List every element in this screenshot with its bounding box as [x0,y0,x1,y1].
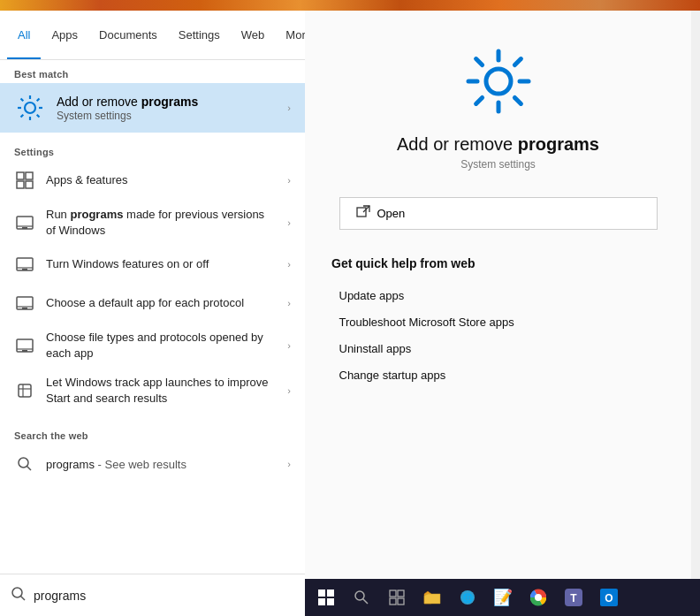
tab-web[interactable]: Web [231,11,276,59]
svg-rect-50 [398,590,404,597]
apps-features-chevron: › [287,175,291,186]
right-panel: Add or remove programs System settings O… [305,11,691,589]
svg-rect-49 [390,590,396,597]
search-bar [0,574,305,616]
windows-features-icon [14,254,35,275]
taskbar: 🌐 📝 T O [305,579,700,616]
svg-line-31 [21,596,26,600]
svg-line-38 [514,97,521,103]
web-section: Search the web programs - See web result… [0,413,305,483]
best-match-icon [14,92,46,124]
track-launches-chevron: › [287,385,291,396]
taskbar-icon-app2[interactable]: 📝 [487,582,519,613]
run-programs-chevron: › [287,217,291,228]
svg-text:O: O [605,592,612,605]
svg-text:T: T [570,592,577,605]
track-launches-text: Let Windows track app launches to improv… [46,375,277,406]
settings-item-track-launches[interactable]: Let Windows track app launches to improv… [0,368,305,413]
svg-line-6 [37,115,40,118]
svg-line-48 [363,599,369,605]
svg-text:🌐: 🌐 [462,592,474,604]
default-app-text: Choose a default app for each protocol [46,295,277,311]
run-programs-icon [14,212,35,233]
svg-rect-19 [17,297,33,309]
svg-point-0 [25,103,35,113]
svg-line-39 [514,59,521,65]
track-launches-icon [14,380,35,401]
svg-point-32 [486,69,511,94]
search-bar-icon [11,586,27,605]
best-match-chevron: › [287,103,291,113]
web-search-icon [14,453,35,475]
tab-apps[interactable]: Apps [41,11,88,59]
search-input[interactable] [34,589,294,603]
tabs-row: All Apps Documents Settings Web More ▾ F… [0,11,305,60]
default-app-icon [14,293,35,314]
open-button[interactable]: Open [339,197,658,230]
svg-rect-18 [22,269,27,270]
taskbar-icon-app1[interactable]: 🌐 [452,582,483,613]
svg-rect-43 [318,589,325,597]
app-title: Add or remove programs [397,134,599,155]
svg-rect-10 [26,172,33,179]
web-search-text: programs - See web results [46,458,277,471]
quick-help-link-3[interactable]: Change startup apps [339,362,658,389]
search-panel: All Apps Documents Settings Web More ▾ F… [0,11,305,616]
svg-line-5 [21,99,24,102]
svg-line-29 [27,467,32,471]
search-content: Best match [0,60,305,616]
svg-point-56 [535,594,542,601]
file-types-chevron: › [287,340,291,351]
settings-item-run-programs[interactable]: Run programs made for previous versions … [0,200,305,245]
taskbar-icon-chrome[interactable] [522,582,554,613]
taskbar-icon-teams[interactable]: T [558,582,590,613]
open-icon [356,205,370,222]
svg-rect-46 [327,598,334,605]
svg-line-40 [476,97,482,103]
svg-rect-13 [17,217,33,229]
svg-rect-21 [22,308,27,309]
taskbar-icon-outlook[interactable]: O [593,582,625,613]
app-gear-icon [463,46,534,117]
taskbar-icon-taskview[interactable] [381,582,413,613]
settings-item-default-app[interactable]: Choose a default app for each protocol › [0,284,305,323]
svg-rect-12 [26,181,33,188]
svg-point-28 [19,458,28,468]
tab-all[interactable]: All [7,11,41,59]
file-types-icon [14,335,35,356]
quick-help-link-2[interactable]: Uninstall apps [339,336,658,362]
open-label: Open [377,207,406,220]
quick-help-link-0[interactable]: Update apps [339,283,658,309]
svg-line-7 [37,99,40,102]
top-banner [0,0,700,11]
svg-rect-11 [17,181,24,188]
best-match-label: Best match [0,60,305,83]
svg-point-30 [12,588,22,597]
settings-section: Settings Apps & features › [0,133,305,413]
app-subtitle: System settings [460,158,536,171]
quick-help-title: Get quick help from web [331,256,650,270]
svg-rect-22 [17,339,33,352]
apps-features-icon [14,170,35,191]
taskbar-icon-search[interactable] [346,582,377,613]
taskbar-icon-start[interactable] [310,582,342,613]
settings-item-windows-features[interactable]: Turn Windows features on or off › [0,245,305,284]
quick-help-link-1[interactable]: Troubleshoot Microsoft Store apps [339,309,658,336]
best-match-title: Add or remove programs [57,95,277,109]
file-types-text: Choose file types and protocols opened b… [46,330,277,361]
svg-rect-41 [357,208,366,217]
tab-documents[interactable]: Documents [88,11,168,59]
web-section-label: Search the web [0,422,305,445]
svg-rect-45 [318,598,325,605]
settings-item-file-types[interactable]: Choose file types and protocols opened b… [0,323,305,368]
svg-rect-44 [327,589,334,597]
best-match-item[interactable]: Add or remove programs System settings › [0,83,305,133]
web-search-item[interactable]: programs - See web results › [0,445,305,483]
settings-item-apps-features[interactable]: Apps & features › [0,161,305,200]
windows-features-chevron: › [287,259,291,270]
tab-settings[interactable]: Settings [168,11,231,59]
svg-rect-52 [398,598,404,605]
taskbar-icon-explorer[interactable] [416,582,448,613]
apps-features-text: Apps & features [46,172,277,188]
svg-rect-9 [17,172,24,179]
